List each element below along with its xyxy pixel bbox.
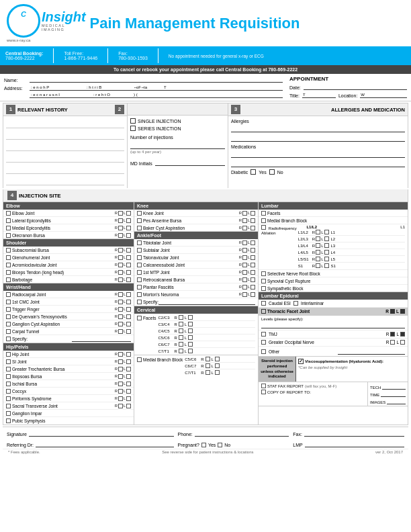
cancel-bar: To cancel or rebook your appointment ple… <box>0 65 411 74</box>
header: C Insight MEDICAL IMAGING www.x-ray.ca P… <box>0 0 411 46</box>
other-row: Other <box>259 347 408 357</box>
ischial-bursa-row: Ischial Bursa R L <box>3 380 134 388</box>
injection-site-section: 4 INJECTION SITE Elbow Elbow Joint R L L… <box>3 189 408 425</box>
section2-num: 2 <box>115 105 124 114</box>
reports-col: STAT FAX REPORT (will fax you, M-F) COPY… <box>259 382 367 406</box>
first-mtp-row: 1st MTP Joint R L <box>134 269 258 276</box>
talonavicular-row: Talonavicular Joint R L <box>134 254 258 261</box>
stat-fax-cb[interactable] <box>261 384 266 388</box>
relevant-history-section: 1 RELEVANT HISTORY 2 <box>3 103 128 188</box>
dequervain-row: De Quervain's Tenosynovitis R L <box>3 313 134 320</box>
greater-occipital-row: Greater Occipital Nerve R L <box>259 339 408 347</box>
right-body-col: Lumbar Facets Medial Branch Block Radiof… <box>259 202 408 425</box>
copy-report-cb[interactable] <box>261 390 266 394</box>
tibiotalar-row: Tibiotalar Joint R L <box>134 239 258 247</box>
viscosuppl-box: ✓ Viscosupplementation (Hyaluronic Acid)… <box>295 357 408 382</box>
no-appt-note: No appointment needed for general x-ray … <box>169 54 264 58</box>
top-sections: 1 RELEVANT HISTORY 2 SINGLE INJECTION SE… <box>3 103 408 188</box>
subacromial-bursa-row: Subacromial Bursa R L <box>3 247 134 254</box>
yes-cb[interactable] <box>250 169 256 175</box>
logo-area: C Insight MEDICAL IMAGING www.x-ray.ca <box>7 4 86 42</box>
fax-info: Fax: 780-930-1593 <box>118 51 148 60</box>
knee-joint-row: Knee Joint R L <box>134 210 258 217</box>
single-injection-label: SINGLE INJECTION <box>138 119 181 124</box>
thoracic-cb[interactable] <box>261 309 266 314</box>
iliopsoas-bursa-row: Iliopsoas Bursa R L <box>3 373 134 380</box>
central-booking: Central Booking: 780-669-2222 <box>5 51 43 60</box>
medial-epicondylitis-row: Medial Epicondylitis R L <box>3 224 134 232</box>
allergies-section: 3 ALLERGIES AND MEDICATION Allergies Med… <box>228 103 408 188</box>
left-body-col: Elbow Elbow Joint R L Lateral Epicondyli… <box>3 202 134 425</box>
elbow-joint-row: Elbow Joint R L <box>3 210 134 217</box>
toll-free: Toll Free: 1-866-771-9446 <box>64 51 97 60</box>
acromioclavicular-row: Acromioclavicular Joint R L <box>3 261 134 269</box>
contact-bar: Central Booking: 780-669-2222 Toll Free:… <box>0 46 411 65</box>
pregnant-no-cb[interactable] <box>218 443 222 447</box>
thoracic-facet-row: Thoracic Facet Joint R L <box>259 308 408 316</box>
coccyx-row: Coccyx R L <box>3 388 134 395</box>
series-injection-cb[interactable] <box>130 126 136 131</box>
sacral-transverse-row: Sacral Transverse Joint R L <box>3 402 134 410</box>
ganglion-impar-row: Ganglion Impar <box>3 410 134 417</box>
relevant-history-title: RELEVANT HISTORY <box>17 107 68 113</box>
viscosuppl-cb[interactable]: ✓ <box>298 359 304 364</box>
website: www.x-ray.ca <box>7 38 30 42</box>
logo-circle: C <box>7 4 40 38</box>
subtalar-row: Subtalar Joint R L <box>134 247 258 254</box>
series-injection-label: SERIES INJECTION <box>138 126 181 131</box>
olecranon-bursa-row: Olecranon Bursa R L <box>3 232 134 239</box>
cmc-joint-row: 1st CMC Joint R L <box>3 298 134 306</box>
note-row: * Fees applicable. See reverse side for … <box>3 449 408 455</box>
wrist-specify-row: Specify: <box>3 335 134 343</box>
hip-joint-row: Hip Joint R L <box>3 351 134 358</box>
trigger-finger-row: Trigger Finger R L <box>3 306 134 313</box>
glenohumeral-row: Glenohumeral Joint R L <box>3 254 134 261</box>
tech-time-images: TECH TIME IMAGES <box>367 382 408 406</box>
pes-anserine-row: Pes Anserine Bursa R L <box>134 217 258 224</box>
synovial-cyst-row: Synovial Cyst Rupture <box>259 277 408 285</box>
address-label: Address: <box>4 86 30 91</box>
plantar-fasciitis-row: Plantar Fasciitis R L <box>134 283 258 291</box>
radiocarpal-row: Radiocarpal Joint R L <box>3 291 134 298</box>
facets-lumbar-row: Facets <box>259 210 408 217</box>
barbotage-row: Barbotage R L <box>3 276 134 283</box>
thoracic-l-cb[interactable] <box>400 309 405 314</box>
allergies-title: ALLERGIES AND MEDICATION <box>331 107 405 113</box>
ankle-specify-row: Specify: <box>134 298 258 306</box>
injection-site-title: INJECTION SITE <box>19 193 61 199</box>
medial-branch-block-row: Medial Branch Block <box>259 217 408 224</box>
biceps-tendon-row: Biceps Tendon (long head) R L <box>3 269 134 276</box>
mortons-neuroma-row: Morton's Neuroma R L <box>134 291 258 298</box>
greater-trochanteric-row: Greater Trochanteric Bursa R L <box>3 365 134 373</box>
signature-row: Signature Phone: Fax: <box>3 427 408 438</box>
steroid-box: Steroid injection performed unless other… <box>259 357 295 382</box>
si-joint-row: SI Joint R L <box>3 358 134 365</box>
appointment-section: APPOINTMENT Date: Title: T Location: W <box>289 76 407 99</box>
sympathetic-row: Sympathetic Block <box>259 285 408 292</box>
pregnant-yes-cb[interactable] <box>201 443 206 447</box>
selective-nerve-row: Selective Nerve Root Block <box>259 270 408 277</box>
name-label: Name: <box>4 78 30 83</box>
baker-cyst-row: Baker Cyst Aspiration R L <box>134 224 258 232</box>
pubic-symphysis-row: Pubic Symphysis <box>3 417 134 425</box>
referring-row: Referring Dr: Pregnant? Yes No LMP <box>3 438 408 449</box>
thoracic-r-cb[interactable] <box>390 309 395 314</box>
section1-num: 1 <box>6 105 15 114</box>
patient-section: Name: Address: : e n o h P : h t r i B ꟷ… <box>0 74 411 101</box>
page-title: Pain Management Requisition <box>90 15 300 32</box>
lateral-epicondylitis-row: Lateral Epicondylitis R L <box>3 217 134 224</box>
section4-num: 4 <box>7 191 17 200</box>
calcaneocuboid-row: Calcaneosuboid Joint R L <box>134 261 258 269</box>
ganglion-cyst-row: Ganglion Cyst Aspiration R L <box>3 320 134 328</box>
injection-type-section: SINGLE INJECTION SERIES INJECTION Number… <box>128 103 228 188</box>
single-injection-cb[interactable] <box>130 118 136 124</box>
piriformis-row: Piriformis Syndrome R L <box>3 395 134 402</box>
middle-body-col: Knee Knee Joint R L Pes Anserine Bursa R… <box>134 202 259 425</box>
tmj-row: TMJ R L <box>259 330 408 339</box>
section3-num: 3 <box>231 105 240 114</box>
logo-insight: Insight <box>42 10 86 24</box>
no-cb[interactable] <box>269 169 275 175</box>
logo-imaging: IMAGING <box>42 28 86 32</box>
carpal-tunnel-row: Carpal Tunnel R L <box>3 328 134 335</box>
retrocalcaneal-row: Retrocalcaneal Bursa R L <box>134 276 258 283</box>
